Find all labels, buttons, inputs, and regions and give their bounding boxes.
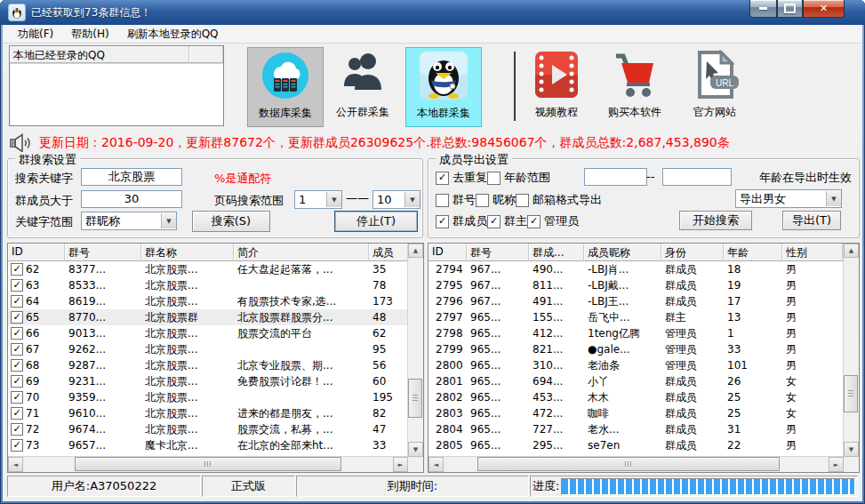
vertical-scrollbar[interactable]: ▲ ▼ [843,244,859,457]
column-header[interactable]: 群号 [467,244,529,261]
toolbar-official-site-button[interactable]: URL 官方网站 [677,47,752,125]
export-option-checkbox[interactable]: 邮箱格式导出 [516,192,602,208]
row-checkbox[interactable] [11,391,23,404]
start-search-button[interactable]: 开始搜索 [679,211,752,230]
table-row[interactable]: 2797 965... 155... 岳飞中... 群主 13 男 [428,309,844,325]
table-row[interactable]: 72 9674... 北京股票... 股票交流，私募，... 47 [8,421,408,437]
export-option-checkbox[interactable]: 去重复 [436,170,487,186]
toolbar-database-collect-button[interactable]: 数据库采集 [247,47,324,127]
column-header[interactable]: 群成... [529,244,584,261]
menu-item-help[interactable]: 帮助(H) [63,25,116,44]
table-row[interactable]: 68 9287... 北京股票... 北京专业股票、期... 56 [8,357,408,373]
age-to-input[interactable] [662,168,732,186]
chevron-down-icon[interactable]: ▼ [404,192,420,207]
table-row[interactable]: 2801 965... 694... 小丫 群成员 26 女 [428,373,844,389]
horizontal-scrollbar[interactable]: ◄ ► [428,456,844,472]
column-header[interactable]: ID [428,244,467,261]
table-row[interactable]: 69 9231... 北京股票... 免费股票讨论群！... 60 [8,373,408,389]
maximize-button[interactable] [777,0,803,18]
age-from-input[interactable] [584,168,647,186]
export-option-checkbox[interactable]: 群主 [487,213,527,229]
checkbox-icon[interactable] [476,194,489,207]
column-header[interactable]: 群号 [65,244,141,261]
scroll-up-icon[interactable]: ▲ [844,244,859,258]
scope-select[interactable]: 群昵称▼ [81,212,177,230]
export-option-checkbox[interactable]: 群号 [436,192,476,208]
toolbar-local-group-collect-button[interactable]: 本地群采集 [405,47,482,127]
row-checkbox[interactable] [11,423,23,436]
row-checkbox[interactable] [11,407,23,420]
table-row[interactable]: 2803 965... 472... 咖啡 群成员 25 女 [428,405,844,421]
row-checkbox[interactable] [11,375,23,388]
gender-select[interactable]: 导出男女▼ [735,189,842,208]
row-checkbox[interactable] [11,343,23,356]
page-from-select[interactable]: 1▼ [294,190,342,209]
row-checkbox[interactable] [11,295,23,308]
checkbox-icon[interactable] [436,172,449,185]
chevron-down-icon[interactable]: ▼ [161,213,176,228]
scroll-right-icon[interactable]: ► [829,457,844,472]
scroll-left-icon[interactable]: ◄ [8,457,23,472]
toolbar-public-group-collect-button[interactable]: 公开群采集 [325,47,400,125]
table-row[interactable]: 64 8619... 北京股票... 有股票技术专家,选... 173 [8,293,408,309]
scrollbar-thumb[interactable] [75,457,341,471]
table-row[interactable]: 62 8377... 北京股票... 任大盘起起落落，... 35 [8,261,408,277]
table-row[interactable]: 2799 965... 821... ●gale... 管理员 33 男 [428,341,844,357]
scrollbar-thumb[interactable] [408,379,422,418]
row-checkbox[interactable] [11,311,23,324]
table-row[interactable]: 2802 965... 453... 木木 群成员 25 女 [428,389,844,405]
row-checkbox[interactable] [11,279,23,292]
table-row[interactable]: 71 9610... 北京股票... 进来的都是朋友，... 82 [8,405,408,421]
export-option-checkbox[interactable]: 管理员 [527,213,579,229]
chevron-down-icon[interactable]: ▼ [326,192,341,207]
table-row[interactable]: 63 8533... 北京股票... 78 [8,277,408,293]
vertical-scrollbar[interactable]: ▲ ▼ [407,244,423,457]
table-row[interactable]: 2804 965... 727... 老水... 群成员 31 男 [428,421,844,437]
column-header[interactable]: 成员昵称 [584,244,661,261]
table-row[interactable]: 2805 965... 295... se7en 群成员 22 男 [428,437,844,453]
checkbox-icon[interactable] [436,194,449,207]
column-header[interactable]: 性别 [782,244,843,261]
qq-list-column-header[interactable]: 本地已经登录的QQ [10,46,189,63]
horizontal-scrollbar[interactable]: ◄ ► [8,456,408,472]
column-header[interactable]: 成员 [369,244,408,261]
table-row[interactable]: 2795 967... 811... -LBJ戴... 群成员 19 男 [428,277,844,293]
scrollbar-thumb[interactable] [477,457,780,471]
min-members-input[interactable]: 30 [81,190,182,208]
column-header[interactable]: 群名称 [141,244,234,261]
stop-button[interactable]: 停止(T) [334,211,418,232]
scroll-up-icon[interactable]: ▲ [408,244,423,258]
scroll-right-icon[interactable]: ► [393,457,408,472]
row-checkbox[interactable] [11,439,23,452]
table-row[interactable]: 70 9359... 北京股票... 195 [8,389,408,405]
menu-item-features[interactable]: 功能(F) [10,25,61,44]
checkbox-icon[interactable] [527,215,541,228]
local-qq-list[interactable]: 本地已经登录的QQ [9,45,224,126]
export-option-checkbox[interactable]: 年龄范围 [487,170,550,186]
column-header[interactable]: 身份 [661,244,724,261]
export-button[interactable]: 导出(T) [782,211,841,230]
row-checkbox[interactable] [11,327,23,340]
menu-item-refresh-local-qq[interactable]: 刷新本地登录的QQ [119,25,227,44]
export-option-checkbox[interactable]: 昵称 [476,192,516,208]
checkbox-icon[interactable] [436,215,449,228]
table-row[interactable]: 73 9657... 魔卡北京... 在北京的全部来ht... 33 [8,437,408,453]
keyword-input[interactable]: 北京股票 [81,168,182,186]
scroll-down-icon[interactable]: ▼ [408,442,423,457]
toolbar-video-tutorial-button[interactable]: 视频教程 [519,47,594,125]
chevron-down-icon[interactable]: ▼ [826,191,841,206]
minimize-button[interactable] [749,0,777,18]
close-button[interactable]: ✕ [803,0,845,18]
toolbar-buy-software-button[interactable]: 购买本软件 [597,47,672,125]
table-row[interactable]: 2794 967... 490... -LBJ肖... 群成员 18 男 [428,261,844,277]
row-checkbox[interactable] [11,263,23,276]
table-row[interactable]: 2798 965... 412... 1teng亿腾 管理员 1 男 [428,325,844,341]
column-header[interactable]: 简介 [234,244,369,261]
table-row[interactable]: 67 9262... 北京股票... 95 [8,341,408,357]
checkbox-icon[interactable] [487,215,501,228]
scrollbar-thumb[interactable] [844,375,858,412]
column-header[interactable]: 年龄 [724,244,782,261]
scroll-down-icon[interactable]: ▼ [844,442,859,457]
search-button[interactable]: 搜索(S) [192,211,270,232]
page-to-select[interactable]: 10▼ [372,190,420,209]
